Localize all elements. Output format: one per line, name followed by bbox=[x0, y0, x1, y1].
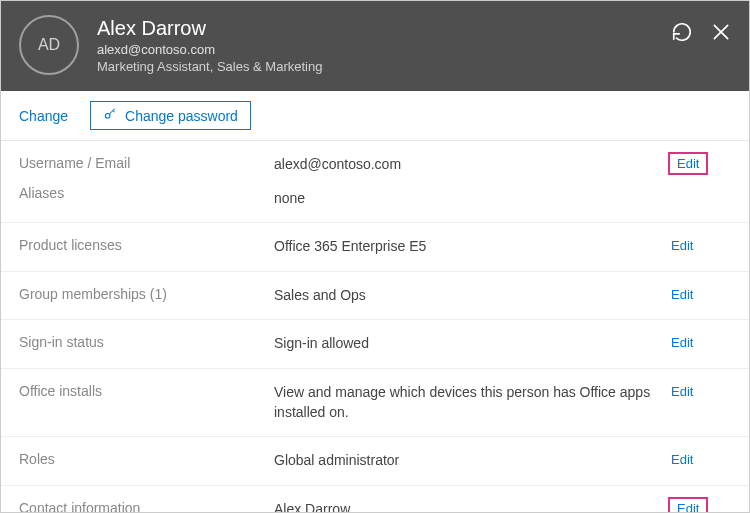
aliases-label: Aliases bbox=[19, 185, 274, 201]
aliases-value: none bbox=[274, 189, 663, 209]
edit-contact-link[interactable]: Edit bbox=[671, 500, 705, 512]
edit-office-link[interactable]: Edit bbox=[671, 384, 693, 399]
header-actions bbox=[671, 21, 731, 43]
avatar: AD bbox=[19, 15, 79, 75]
signin-label: Sign-in status bbox=[19, 334, 274, 350]
username-label: Username / Email bbox=[19, 155, 274, 171]
user-role: Marketing Assistant, Sales & Marketing bbox=[97, 59, 322, 74]
row-signin: Sign-in status Sign-in allowed Edit bbox=[1, 320, 749, 369]
toolbar: Change Change password bbox=[1, 91, 749, 141]
refresh-icon[interactable] bbox=[671, 21, 693, 43]
groups-label: Group memberships (1) bbox=[19, 286, 274, 302]
row-groups: Group memberships (1) Sales and Ops Edit bbox=[1, 272, 749, 321]
edit-groups-link[interactable]: Edit bbox=[671, 287, 693, 302]
change-password-label: Change password bbox=[125, 108, 238, 124]
label-col: Username / Email Aliases bbox=[19, 155, 274, 201]
avatar-initials: AD bbox=[38, 36, 60, 54]
value-col: Alex Darrow 425-111-4444 bbox=[274, 500, 671, 512]
office-value: View and manage which devices this perso… bbox=[274, 383, 671, 422]
user-name: Alex Darrow bbox=[97, 17, 322, 40]
roles-value: Global administrator bbox=[274, 451, 671, 471]
row-office: Office installs View and manage which de… bbox=[1, 369, 749, 437]
office-label: Office installs bbox=[19, 383, 274, 399]
svg-point-2 bbox=[105, 113, 110, 118]
contact-label: Contact information bbox=[19, 500, 274, 512]
edit-roles-link[interactable]: Edit bbox=[671, 452, 693, 467]
value-col: alexd@contoso.com none bbox=[274, 155, 671, 208]
action-col: Edit bbox=[671, 155, 731, 172]
change-link[interactable]: Change bbox=[19, 108, 68, 124]
panel-header: AD Alex Darrow alexd@contoso.com Marketi… bbox=[1, 1, 749, 91]
header-text: Alex Darrow alexd@contoso.com Marketing … bbox=[97, 17, 322, 74]
edit-signin-link[interactable]: Edit bbox=[671, 335, 693, 350]
user-detail-panel: AD Alex Darrow alexd@contoso.com Marketi… bbox=[0, 0, 750, 513]
row-licenses: Product licenses Office 365 Enterprise E… bbox=[1, 223, 749, 272]
row-roles: Roles Global administrator Edit bbox=[1, 437, 749, 486]
edit-username-link[interactable]: Edit bbox=[671, 155, 705, 172]
row-username: Username / Email Aliases alexd@contoso.c… bbox=[1, 141, 749, 223]
licenses-label: Product licenses bbox=[19, 237, 274, 253]
close-icon[interactable] bbox=[711, 21, 731, 43]
contact-name: Alex Darrow bbox=[274, 500, 663, 512]
licenses-value: Office 365 Enterprise E5 bbox=[274, 237, 671, 257]
signin-value: Sign-in allowed bbox=[274, 334, 671, 354]
username-value: alexd@contoso.com bbox=[274, 155, 663, 175]
key-icon bbox=[103, 107, 117, 124]
row-contact: Contact information Alex Darrow 425-111-… bbox=[1, 486, 749, 512]
property-rows: Username / Email Aliases alexd@contoso.c… bbox=[1, 141, 749, 512]
user-email: alexd@contoso.com bbox=[97, 42, 322, 57]
roles-label: Roles bbox=[19, 451, 274, 467]
edit-licenses-link[interactable]: Edit bbox=[671, 238, 693, 253]
groups-value: Sales and Ops bbox=[274, 286, 671, 306]
change-password-button[interactable]: Change password bbox=[90, 101, 251, 130]
